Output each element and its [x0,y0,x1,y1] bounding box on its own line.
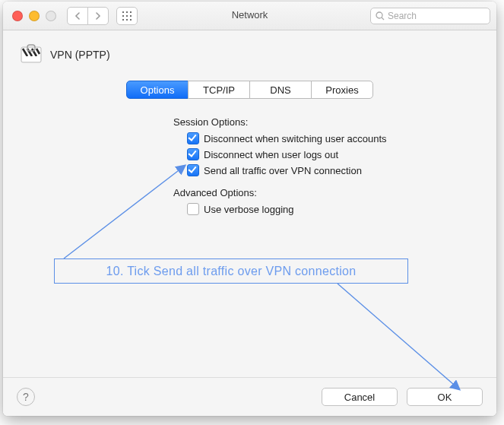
minimize-icon[interactable] [29,11,40,21]
svg-line-14 [64,166,185,258]
tab-options[interactable]: Options [126,81,189,99]
checkbox-icon [187,132,199,144]
options-panel: Session Options: Disconnect when switchi… [173,116,496,215]
tab-tcpip[interactable]: TCP/IP [188,81,250,99]
search-placeholder: Search [388,11,417,21]
checkbox-disconnect-switch[interactable]: Disconnect when switching user accounts [187,132,496,144]
checkbox-icon [187,148,199,160]
bottom-bar: ? Cancel OK [3,377,496,416]
window-controls [12,11,56,21]
advanced-heading: Advanced Options: [173,187,496,198]
svg-rect-5 [130,15,132,17]
service-label: VPN (PPTP) [50,49,110,61]
tab-proxies[interactable]: Proxies [311,81,373,99]
svg-line-10 [382,17,384,20]
svg-rect-12 [23,56,40,61]
checkbox-label: Disconnect when user logs out [204,149,338,160]
chevron-left-icon [74,12,81,20]
forward-button[interactable] [87,7,109,25]
checkbox-label: Send all traffic over VPN connection [204,165,362,176]
service-header: VPN (PPTP) [3,30,496,65]
checkbox-disconnect-logout[interactable]: Disconnect when user logs out [187,148,496,160]
vpn-icon [20,44,43,65]
zoom-icon [46,11,56,21]
svg-rect-3 [122,15,124,17]
checkbox-icon [187,203,199,215]
checkbox-label: Disconnect when switching user accounts [204,133,387,144]
svg-rect-0 [122,11,124,13]
checkbox-verbose-logging[interactable]: Use verbose logging [187,203,496,215]
titlebar: Network Search [3,2,496,30]
grid-icon [122,11,132,21]
checkbox-send-all-traffic[interactable]: Send all traffic over VPN connection [187,164,496,176]
svg-line-15 [338,284,459,389]
checkbox-icon [187,164,199,176]
nav-buttons [67,7,109,25]
show-all-button[interactable] [116,7,138,25]
svg-rect-7 [126,19,128,21]
svg-point-9 [376,12,382,18]
tab-bar: Options TCP/IP DNS Proxies [3,81,496,99]
close-icon[interactable] [12,11,23,21]
svg-rect-6 [122,19,124,21]
help-button[interactable]: ? [17,388,35,406]
back-button[interactable] [67,7,88,25]
network-preferences-window: Network Search VPN (PPTP) Options TCP/IP [3,2,496,416]
cancel-button[interactable]: Cancel [322,388,398,406]
svg-rect-2 [130,11,132,13]
svg-rect-4 [126,15,128,17]
session-heading: Session Options: [173,116,496,128]
annotation-callout: 10. Tick Send all traffic over VPN conne… [54,258,408,284]
svg-rect-8 [130,19,132,21]
ok-button[interactable]: OK [407,388,483,406]
advanced-sheet: VPN (PPTP) Options TCP/IP DNS Proxies Se… [3,30,496,416]
search-icon [376,11,385,21]
svg-rect-1 [126,11,128,13]
search-input[interactable]: Search [370,8,490,24]
annotation-text: 10. Tick Send all traffic over VPN conne… [106,265,357,278]
tab-dns[interactable]: DNS [249,81,312,99]
chevron-right-icon [95,12,101,20]
checkbox-label: Use verbose logging [204,204,294,215]
